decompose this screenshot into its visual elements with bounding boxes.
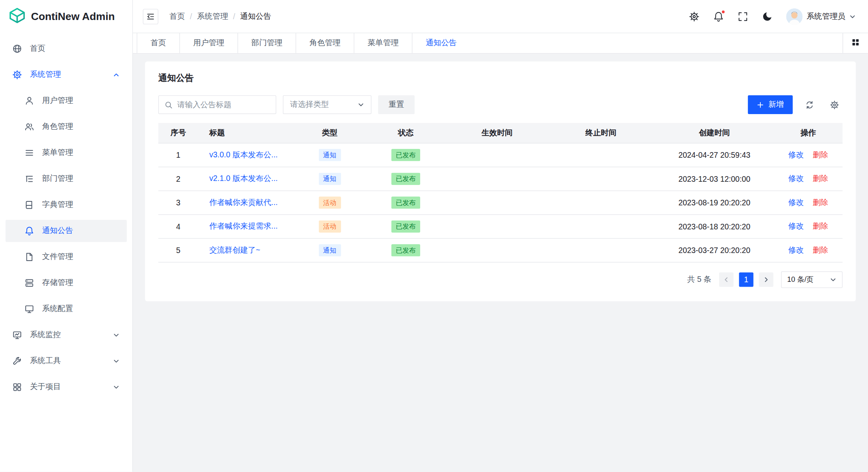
sidebar-item-label: 部门管理 [42,174,73,184]
sidebar-item-department-management[interactable]: 部门管理 [6,168,127,190]
pagination-page-1-button[interactable]: 1 [739,273,754,287]
sidebar-item-label: 字典管理 [42,200,73,210]
announcement-title-link[interactable]: 作者喊你来提需求... [209,221,278,230]
page-size-select[interactable]: 10 条/页 [781,271,843,288]
tab-department-management[interactable]: 部门管理 [237,33,295,53]
refresh-button[interactable] [801,96,818,113]
tab-home[interactable]: 首页 [137,33,180,53]
sidebar-item-dictionary-management[interactable]: 字典管理 [6,194,127,216]
chevron-down-icon [849,13,856,20]
sidebar-item-user-management[interactable]: 用户管理 [6,90,127,112]
table-row: 1 v3.0.0 版本发布公... 通知 已发布 2024-04-27 20:5… [158,143,843,167]
bell-icon [24,226,34,236]
sidebar-item-menu-management[interactable]: 菜单管理 [6,142,127,164]
reset-button[interactable]: 重置 [378,95,415,114]
announcement-table: 序号 标题 类型 状态 生效时间 终止时间 创建时间 操作 1 v3.0.0 版… [158,123,843,263]
delete-link[interactable]: 删除 [813,174,828,183]
delete-link[interactable]: 删除 [813,198,828,207]
created-time: 2023-03-27 20:20:20 [655,246,774,255]
sidebar-item-system-monitor[interactable]: 系统监控 [6,324,127,346]
settings-gear-icon[interactable] [689,11,700,22]
sidebar-item-label: 系统管理 [30,70,61,80]
sidebar-item-label: 存储管理 [42,278,73,288]
sidebar-item-label: 文件管理 [42,252,73,262]
chevron-down-icon [112,357,120,365]
tab-notice-announcement[interactable]: 通知公告 [412,33,470,53]
sidebar-item-notice-announcement[interactable]: 通知公告 [6,220,127,242]
logo-icon [9,7,25,26]
sidebar-item-file-management[interactable]: 文件管理 [6,246,127,268]
tab-role-management[interactable]: 角色管理 [296,33,354,53]
tab-label: 部门管理 [251,38,282,48]
edit-link[interactable]: 修改 [788,221,804,230]
edit-link[interactable]: 修改 [788,174,804,183]
dark-mode-moon-icon[interactable] [762,11,773,22]
delete-link[interactable]: 删除 [813,150,828,159]
tab-user-management[interactable]: 用户管理 [179,33,237,53]
pagination-prev-button[interactable] [719,273,734,287]
sidebar-item-role-management[interactable]: 角色管理 [6,116,127,138]
breadcrumb-separator: / [233,12,235,21]
sidebar-item-label: 系统监控 [30,330,61,340]
add-button[interactable]: 新增 [748,95,793,114]
delete-link[interactable]: 删除 [813,221,828,230]
user-icon [24,96,34,106]
notifications-bell-icon[interactable] [713,11,724,22]
sidebar-item-system-tools[interactable]: 系统工具 [6,350,127,372]
sidebar: ContiNew Admin 首页 系统管理 用户管理 角色管理 [0,0,133,472]
sidebar-item-system-config[interactable]: 系统配置 [6,298,127,320]
announcement-title-link[interactable]: 作者喊你来贡献代... [209,198,278,207]
users-icon [24,122,34,132]
grid-squares-icon [852,38,860,48]
type-tag: 通知 [319,244,341,256]
table-row: 5 交流群创建了~ 通知 已发布 2023-03-27 20:20:20 修改删… [158,239,843,262]
announcement-title-link[interactable]: v2.1.0 版本发布公... [209,174,278,183]
column-header: 创建时间 [655,128,774,138]
tab-actions-button[interactable] [842,33,868,53]
gear-icon [12,70,22,80]
page-size-value: 10 条/页 [787,275,814,285]
announcement-title-link[interactable]: 交流群创建了~ [209,245,261,254]
type-select-placeholder: 请选择类型 [290,100,329,110]
breadcrumb-separator: / [190,12,192,21]
search-input[interactable] [177,100,270,109]
table-settings-button[interactable] [826,96,842,113]
column-header: 标题 [198,128,295,138]
chevron-up-icon [112,71,120,78]
row-index: 5 [158,246,198,255]
breadcrumb-item-system[interactable]: 系统管理 [197,11,228,21]
edit-link[interactable]: 修改 [788,198,804,207]
sidebar-item-label: 系统配置 [42,304,73,314]
user-menu[interactable]: 系统管理员 [786,8,856,24]
fullscreen-icon[interactable] [738,11,749,22]
sidebar-item-storage-management[interactable]: 存储管理 [6,272,127,294]
tab-menu-management[interactable]: 菜单管理 [354,33,412,53]
type-select[interactable]: 请选择类型 [283,95,371,114]
sidebar-item-about-project[interactable]: 关于项目 [6,376,127,398]
breadcrumb-item-home[interactable]: 首页 [169,11,185,21]
status-tag: 已发布 [391,149,420,161]
toolbar: 请选择类型 重置 新增 [158,95,843,114]
tab-label: 菜单管理 [368,38,399,48]
logo[interactable]: ContiNew Admin [0,0,132,33]
tab-bar: 首页 用户管理 部门管理 角色管理 菜单管理 通知公告 [133,33,868,54]
globe-icon [12,44,22,54]
type-tag: 活动 [319,197,341,209]
pagination-next-button[interactable] [759,273,773,287]
edit-link[interactable]: 修改 [788,245,804,254]
search-box [158,95,277,114]
search-icon [164,100,173,109]
column-header: 状态 [364,128,447,138]
sidebar-item-system-management[interactable]: 系统管理 [6,64,127,86]
created-time: 2024-04-27 20:59:43 [655,151,774,159]
announcement-title-link[interactable]: v3.0.0 版本发布公... [209,150,278,159]
sidebar-item-label: 通知公告 [42,226,73,236]
sidebar-item-home[interactable]: 首页 [6,38,127,60]
sidebar-collapse-button[interactable] [143,8,158,24]
tab-label: 通知公告 [426,38,457,48]
delete-link[interactable]: 删除 [813,245,828,254]
table-row: 4 作者喊你来提需求... 活动 已发布 2023-08-18 20:20:20… [158,215,843,239]
table-header-row: 序号 标题 类型 状态 生效时间 终止时间 创建时间 操作 [158,123,843,143]
edit-link[interactable]: 修改 [788,150,804,159]
desktop-chart-icon [12,330,22,340]
